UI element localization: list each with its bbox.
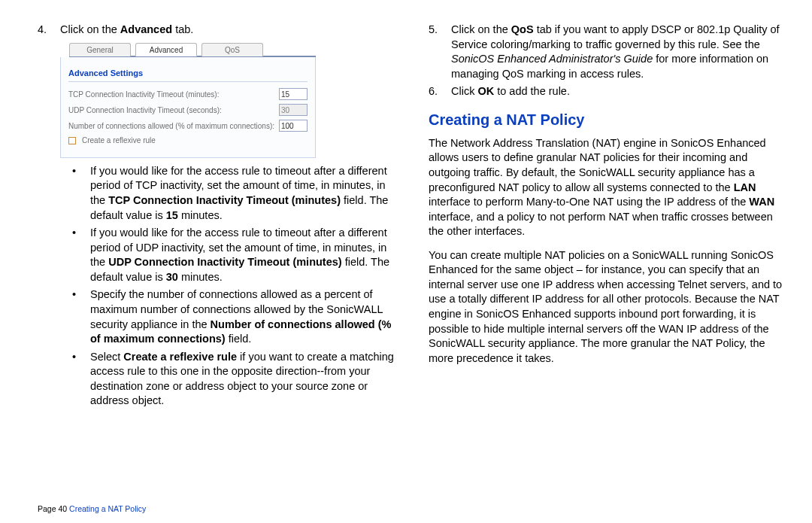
step-6: 6. Click OK to add the rule.	[429, 84, 789, 99]
bullet-conn: Specify the number of connections allowe…	[69, 287, 398, 346]
left-steps: 4. Click on the Advanced tab.	[38, 23, 398, 38]
p1-pre: The Network Address Translation (NAT) en…	[429, 137, 766, 193]
tabs-bar: General Advanced QoS	[69, 42, 316, 57]
reflexive-label: Create a reflexive rule	[82, 135, 308, 146]
p1-b1: LAN	[734, 181, 756, 193]
b1-bold2: 15	[166, 209, 178, 221]
p1-b2: WAN	[749, 196, 774, 208]
row-tcp-label: TCP Connection Inactivity Timeout (minut…	[68, 90, 276, 100]
page-body: 4. Click on the Advanced tab. General Ad…	[0, 0, 812, 523]
step-4-text-post: tab.	[172, 23, 193, 35]
b3-post: field.	[226, 333, 252, 345]
section-heading-nat: Creating a NAT Policy	[429, 110, 789, 130]
step-4-bold: Advanced	[120, 23, 172, 35]
tab-qos[interactable]: QoS	[201, 43, 263, 56]
s6-bold: OK	[477, 85, 494, 97]
p1-mid: interface to perform Many-to-One NAT usi…	[429, 196, 749, 208]
page-footer: Page 40 Creating a NAT Policy	[38, 503, 146, 514]
step-4-number: 4.	[38, 23, 47, 38]
right-column: 5. Click on the QoS tab if you want to a…	[429, 23, 789, 515]
row-udp-input[interactable]	[279, 104, 308, 116]
bullet-tcp: If you would like for the access rule to…	[69, 164, 398, 223]
row-reflexive: Create a reflexive rule	[68, 135, 308, 146]
b1-post: minutes.	[178, 209, 223, 221]
b2-post: minutes.	[178, 271, 223, 283]
tab-advanced[interactable]: Advanced	[135, 43, 197, 56]
bullet-reflexive: Select Create a reflexive rule if you wa…	[69, 350, 398, 409]
step-5-number: 5.	[429, 23, 438, 38]
left-column: 4. Click on the Advanced tab. General Ad…	[38, 23, 398, 515]
row-udp: UDP Connection Inactivity Timeout (secon…	[68, 104, 308, 116]
s6-post: to add the rule.	[494, 85, 570, 97]
footer-link: Creating a NAT Policy	[69, 504, 146, 513]
nat-para-1: The Network Address Translation (NAT) en…	[429, 136, 789, 239]
reflexive-checkbox[interactable]	[68, 137, 76, 144]
tab-general[interactable]: General	[69, 43, 131, 56]
row-conn-label: Number of connections allowed (% of maxi…	[68, 121, 276, 132]
row-udp-label: UDP Connection Inactivity Timeout (secon…	[68, 105, 276, 116]
row-tcp: TCP Connection Inactivity Timeout (minut…	[68, 88, 308, 100]
advanced-settings-panel: General Advanced QoS Advanced Settings T…	[60, 42, 316, 158]
step-4-text-pre: Click on the	[60, 23, 120, 35]
s6-pre: Click	[451, 85, 477, 97]
row-conn-input[interactable]	[279, 120, 308, 132]
panel-heading: Advanced Settings	[68, 63, 308, 83]
b2-bold: UDP Connection Inactivity Timeout (minut…	[108, 256, 341, 268]
step-5: 5. Click on the QoS tab if you want to a…	[429, 23, 789, 81]
b2-bold2: 30	[166, 271, 178, 283]
right-steps: 5. Click on the QoS tab if you want to a…	[429, 23, 789, 99]
row-tcp-input[interactable]	[279, 88, 308, 100]
nat-para-2: You can create multiple NAT policies on …	[429, 248, 789, 366]
s5-b1: QoS	[511, 23, 534, 35]
panel-body: Advanced Settings TCP Connection Inactiv…	[60, 57, 316, 158]
p1-post: interface, and a policy to not perform N…	[429, 211, 773, 238]
footer-page: Page 40	[38, 504, 69, 513]
s5-ital: SonicOS Enhanced Administrator's Guide	[451, 53, 653, 65]
step-4: 4. Click on the Advanced tab.	[38, 23, 398, 38]
advanced-bullets: If you would like for the access rule to…	[69, 164, 398, 409]
step-6-number: 6.	[429, 84, 438, 99]
b1-bold: TCP Connection Inactivity Timeout (minut…	[108, 194, 341, 206]
b4-pre: Select	[90, 351, 123, 363]
row-conn: Number of connections allowed (% of maxi…	[68, 120, 308, 132]
b4-bold: Create a reflexive rule	[123, 351, 237, 363]
bullet-udp: If you would like for the access rule to…	[69, 226, 398, 284]
s5-pre: Click on the	[451, 23, 511, 35]
